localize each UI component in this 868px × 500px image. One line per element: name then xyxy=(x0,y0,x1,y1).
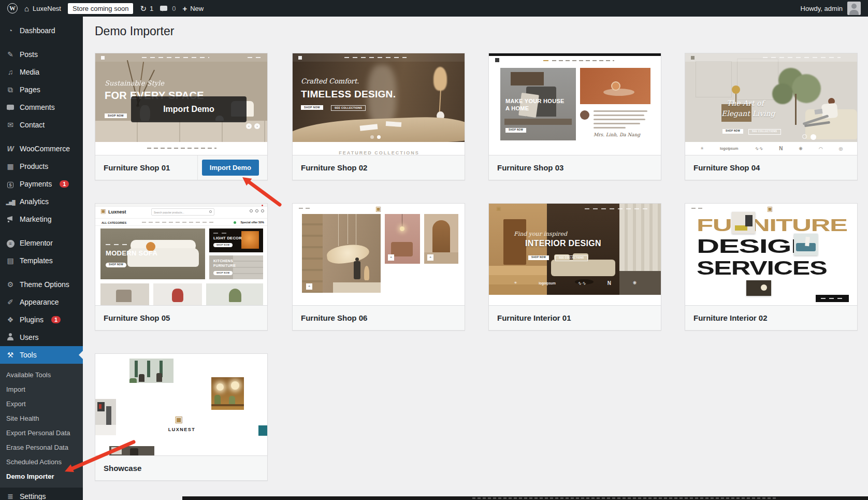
sidebar-item-analytics[interactable]: ▂▅█Analytics xyxy=(0,193,83,210)
demo-thumbnail[interactable]: Crafted Comfort. TIMELESS DESIGN. SHOP N… xyxy=(293,53,465,155)
person-shape xyxy=(130,448,138,455)
sidebar-item-tools[interactable]: ⚒Tools xyxy=(0,346,83,364)
update-count[interactable]: 1 xyxy=(150,5,153,12)
submenu-item-demo-importer[interactable]: Demo Importer xyxy=(0,469,83,483)
avatar[interactable] xyxy=(847,2,861,15)
site-name-link[interactable]: LuxeNest xyxy=(33,5,61,12)
pendant-cord-shape xyxy=(338,214,339,246)
chair-shape xyxy=(116,290,132,302)
hero-banner: MODERN SOFA SHOP NOW xyxy=(100,228,205,279)
demo-thumbnail[interactable]: Sustainable Style FOR EVERY SPACE SHOP N… xyxy=(95,53,267,155)
sidebar-item-theme-options[interactable]: ⚙Theme Options xyxy=(0,276,83,293)
sidebar-item-settings[interactable]: ≣Settings xyxy=(0,488,83,500)
demo-thumbnail[interactable]: ▣ + + + xyxy=(293,204,465,305)
sidebar-item-payments[interactable]: $Payments1 xyxy=(0,175,83,193)
updates-icon[interactable]: ↻ xyxy=(140,5,147,12)
nav-active-link-shape xyxy=(543,60,548,61)
posts-icon: ✎ xyxy=(6,51,15,58)
sidebar-item-pages[interactable]: ⧉Pages xyxy=(0,81,83,98)
submenu-item-export-personal-data[interactable]: Export Personal Data xyxy=(0,425,83,440)
account-icon xyxy=(250,209,253,212)
headline-word: SERVICES xyxy=(697,258,827,279)
import-demo-overlay-button[interactable]: Import Demo xyxy=(131,96,247,122)
thumb-white-strip xyxy=(489,295,661,305)
sidebar-item-users[interactable]: Users xyxy=(0,328,83,346)
active-menu-pointer xyxy=(75,351,83,359)
sidebar-item-posts[interactable]: ✎Posts xyxy=(0,46,83,63)
submenu-item-export[interactable]: Export xyxy=(0,396,83,411)
shell-logo-icon: ◠ xyxy=(819,146,823,151)
comments-icon[interactable] xyxy=(160,6,167,11)
new-link[interactable]: New xyxy=(190,5,204,12)
sidebar-item-dashboard[interactable]: ◔Dashboard xyxy=(0,22,83,39)
admin-menu: ◔Dashboard ✎Posts ♫Media ⧉Pages Comments… xyxy=(0,17,83,364)
top-strip-shape xyxy=(95,204,267,207)
sidebar-item-woocommerce[interactable]: WWooCommerce xyxy=(0,140,83,158)
sidebar-item-appearance[interactable]: ✐Appearance xyxy=(0,293,83,311)
demo-thumbnail[interactable]: ▣ Luxnest Search popular products... ALL… xyxy=(95,204,267,305)
hero-script-text: Elegant Living xyxy=(721,109,775,118)
step-shape xyxy=(489,266,547,275)
demo-thumbnail[interactable]: ▣ FURNITURE DESIGN SERVICES xyxy=(685,204,857,305)
see-collections-button: SEE COLLECTIONS xyxy=(748,129,781,135)
shop-now-button: SHOP NOW xyxy=(213,271,233,275)
thumb-white-strip: FEATURED COLLECTIONS xyxy=(293,142,465,155)
submenu-item-site-health[interactable]: Site Health xyxy=(0,411,83,425)
sidebar-item-products[interactable]: ▦Products xyxy=(0,158,83,175)
comment-count[interactable]: 0 xyxy=(172,5,176,12)
tiny-text-shape xyxy=(472,497,778,499)
cta-button-shape xyxy=(816,295,849,302)
demo-thumbnail[interactable]: The Art of Elegant Living SHOP NOW SEE C… xyxy=(685,53,857,155)
sidebar-item-label: Templates xyxy=(20,256,53,265)
pampas-shape xyxy=(364,266,369,280)
lamp-glow-shape xyxy=(761,284,767,291)
sidebar-item-contact[interactable]: ✉Contact xyxy=(0,116,83,134)
sidebar-item-media[interactable]: ♫Media xyxy=(0,63,83,81)
howdy-text[interactable]: Howdy, admin xyxy=(801,5,843,12)
gold-lamp-shape xyxy=(732,85,740,94)
hero-script-text: Crafted Comfort. xyxy=(301,77,359,85)
submenu-item-import[interactable]: Import xyxy=(0,382,83,396)
submenu-item-erase-personal-data[interactable]: Erase Personal Data xyxy=(0,440,83,454)
see-collections-button: SEE COLLECTIONS xyxy=(331,105,366,111)
sidebar-item-comments[interactable]: Comments xyxy=(0,98,83,116)
demo-thumbnail[interactable]: MAKE YOUR HOUSE A HOME SHOP NOW Mrs. Lin… xyxy=(489,53,661,155)
thumb-logo-shape xyxy=(298,56,302,60)
sidebar-item-marketing[interactable]: Marketing xyxy=(0,210,83,228)
wordpress-logo-icon[interactable]: W xyxy=(7,3,18,13)
search-placeholder-text: Search popular products... xyxy=(154,211,184,214)
sidebar-item-elementor[interactable]: ≡Elementor xyxy=(0,234,83,252)
collage-photo xyxy=(794,234,818,255)
products-icon: ▦ xyxy=(6,163,15,170)
asterisk-logo-icon: ✳ xyxy=(514,281,517,285)
demo-thumbnail[interactable]: ▣ LUXNEST xyxy=(95,354,267,455)
wall-art-shape xyxy=(511,72,544,85)
sidebar-item-label: Media xyxy=(20,68,39,76)
sidebar-item-templates[interactable]: ▤Templates xyxy=(0,252,83,269)
home-icon[interactable]: ⌂ xyxy=(24,5,29,12)
gallery-photo-small: + xyxy=(385,214,420,264)
import-demo-button[interactable]: Import Demo xyxy=(202,160,259,176)
carousel-dot xyxy=(802,134,807,139)
signature-logo-icon: ∿∿ xyxy=(754,146,763,151)
sofa-shape xyxy=(551,260,615,276)
sidebar-item-label: Products xyxy=(20,162,48,170)
demo-thumbnail[interactable]: ▣ Find your inspired INTERIOR DESIGN SHO… xyxy=(489,204,661,305)
admin-bar: W ⌂ LuxeNest Store coming soon ↻ 1 0 + N… xyxy=(0,0,868,17)
shop-now-button: SHOP NOW xyxy=(722,129,743,134)
sidebar-item-label: Settings xyxy=(20,492,46,500)
thumb-nav-links-shape xyxy=(344,57,407,58)
submenu-item-scheduled-actions[interactable]: Scheduled Actions xyxy=(0,454,83,469)
demo-card-furniture-shop-06: ▣ + + + xyxy=(292,203,465,331)
submenu-item-available-tools[interactable]: Available Tools xyxy=(0,367,83,382)
demo-card-furniture-shop-02: Crafted Comfort. TIMELESS DESIGN. SHOP N… xyxy=(292,53,465,180)
plugins-icon: ❖ xyxy=(6,316,15,323)
appearance-icon: ✐ xyxy=(6,298,15,306)
tree-foliage-shape xyxy=(772,83,793,104)
sidebar-item-plugins[interactable]: ❖Plugins1 xyxy=(0,311,83,328)
card-footer: Furniture Shop 06 xyxy=(293,305,465,330)
users-icon xyxy=(6,333,15,341)
asterisk-logo-icon: ✳ xyxy=(700,146,704,151)
new-plus-icon[interactable]: + xyxy=(182,4,187,13)
hero-title-text: INTERIOR DESIGN xyxy=(525,239,601,248)
